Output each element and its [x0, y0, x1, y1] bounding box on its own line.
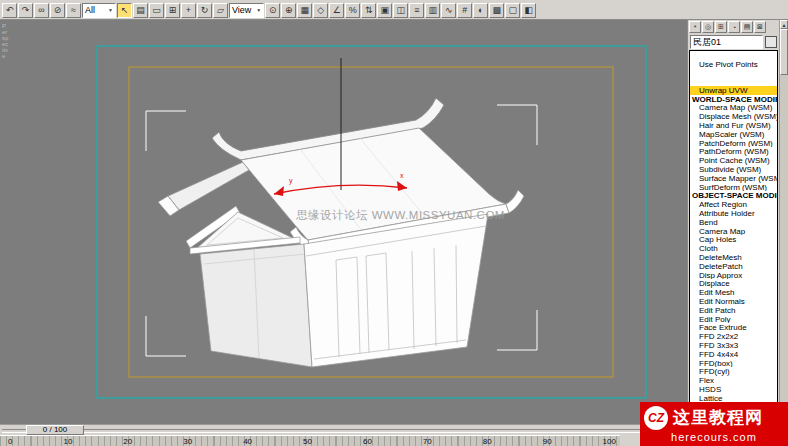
- schematic-view-icon[interactable]: #: [457, 3, 472, 18]
- time-slider[interactable]: 0 / 100: [26, 425, 84, 435]
- modifier-list-item: WORLD-SPACE MODIFIERS: [690, 95, 777, 104]
- modifier-list-item[interactable]: DeleteMesh: [690, 253, 777, 262]
- percent-snap-icon[interactable]: %: [345, 3, 360, 18]
- modifier-list-item[interactable]: Point Cache (WSM): [690, 156, 777, 165]
- use-pivot-points-item[interactable]: Use Pivot Points: [690, 60, 777, 69]
- select-and-rotate-icon[interactable]: ↻: [197, 3, 212, 18]
- watermark-text: 思缘设计论坛 WWW.MISSYUAN.COM: [296, 209, 505, 221]
- modifier-list-item[interactable]: PatchDeform (WSM): [690, 139, 777, 148]
- material-editor-icon[interactable]: ◐: [473, 3, 488, 18]
- viewport-label[interactable]: Perspective: [2, 23, 9, 59]
- select-and-manipulate-icon[interactable]: ⊕: [281, 3, 296, 18]
- use-pivot-center-icon[interactable]: ⊙: [265, 3, 280, 18]
- time-slider-groove: [2, 429, 662, 433]
- bind-to-space-warp-icon[interactable]: ≈: [66, 3, 81, 18]
- track-bar-tick-label: 80: [483, 437, 492, 446]
- modifier-list-item[interactable]: Flex: [690, 376, 777, 385]
- modifier-list-item[interactable]: PathDeform (WSM): [690, 147, 777, 156]
- modifier-list-item[interactable]: Edit Mesh: [690, 288, 777, 297]
- modifier-list-item[interactable]: Edit Poly: [690, 315, 777, 324]
- track-bar-tick-label: 100: [603, 437, 616, 446]
- select-by-name-icon[interactable]: ▤: [133, 3, 148, 18]
- site-logo-title: 这里教程网: [673, 406, 763, 429]
- modifier-list-item[interactable]: Camera Map (WSM): [690, 103, 777, 112]
- quick-render-icon[interactable]: ◧: [521, 3, 536, 18]
- modifier-list-item[interactable]: Cap Holes: [690, 235, 777, 244]
- modifier-list-item[interactable]: Subdivide (WSM): [690, 165, 777, 174]
- scroll-up-icon[interactable]: ▲: [780, 20, 788, 29]
- modifier-list-item[interactable]: Bend: [690, 218, 777, 227]
- layer-manager-icon[interactable]: ▥: [425, 3, 440, 18]
- site-logo-monogram-icon: CZ: [644, 406, 668, 430]
- unlink-selection-icon[interactable]: ⊘: [50, 3, 65, 18]
- tab-hierarchy-icon[interactable]: ⊞: [715, 21, 727, 33]
- main-toolbar: ↶↷∞⊘≈All↖▤▭⊞+↻▱View⊙⊕▦◇∠%⇅▣◫≡▥∿#◐▩▢◧: [0, 0, 788, 20]
- track-bar-ruler[interactable]: 0102030405060708090100: [0, 435, 620, 446]
- window-crossing-icon[interactable]: ⊞: [165, 3, 180, 18]
- select-object-icon[interactable]: ↖: [117, 3, 132, 18]
- modifier-list-item[interactable]: Camera Map: [690, 227, 777, 236]
- viewport-canvas: y x 思缘设计论坛 WWW.MISSYUAN.COM: [0, 20, 687, 424]
- modifier-list-item[interactable]: Face Extrude: [690, 323, 777, 332]
- tab-modify-icon[interactable]: ◎: [702, 21, 714, 33]
- site-logo: CZ 这里教程网 herecours.com: [640, 402, 788, 446]
- modifier-list-item[interactable]: Displace: [690, 279, 777, 288]
- object-name-field[interactable]: 民居01: [690, 35, 763, 49]
- redo-icon[interactable]: ↷: [18, 3, 33, 18]
- modifier-list-item[interactable]: Hair and Fur (WSM): [690, 121, 777, 130]
- named-selection-sets-icon[interactable]: ▣: [377, 3, 392, 18]
- modifier-list-item[interactable]: DeletePatch: [690, 262, 777, 271]
- select-and-link-icon[interactable]: ∞: [34, 3, 49, 18]
- gizmo-axis-label-right: x: [400, 172, 404, 179]
- select-and-move-icon[interactable]: +: [181, 3, 196, 18]
- undo-icon[interactable]: ↶: [2, 3, 17, 18]
- select-and-scale-icon[interactable]: ▱: [213, 3, 228, 18]
- modifier-list-item[interactable]: FFD 2x2x2: [690, 332, 777, 341]
- modifier-list-item[interactable]: FFD 4x4x4: [690, 350, 777, 359]
- mirror-icon[interactable]: ◫: [393, 3, 408, 18]
- track-bar-tick-label: 10: [63, 437, 72, 446]
- modifier-list-item[interactable]: FFD(box): [690, 359, 777, 368]
- keyboard-override-icon[interactable]: ▦: [297, 3, 312, 18]
- modifier-dropdown-list: Use Pivot PointsUnwrap UVWWORLD-SPACE MO…: [689, 50, 778, 446]
- modifier-list-item[interactable]: Displace Mesh (WSM): [690, 112, 777, 121]
- snap-toggle-icon[interactable]: ◇: [313, 3, 328, 18]
- gizmo-axis-label-left: y: [289, 177, 293, 185]
- modifier-list-item[interactable]: Affect Region: [690, 200, 777, 209]
- panel-scrollbar[interactable]: ▲ ▼: [779, 20, 788, 446]
- align-icon[interactable]: ≡: [409, 3, 424, 18]
- curve-editor-icon[interactable]: ∿: [441, 3, 456, 18]
- tab-display-icon[interactable]: ▤: [741, 21, 753, 33]
- selection-filter-dropdown[interactable]: All: [82, 3, 116, 18]
- timeline: 0 / 100 0102030405060708090100: [0, 424, 687, 446]
- modifier-list-item[interactable]: Cloth: [690, 244, 777, 253]
- modifier-list-item[interactable]: SurfDeform (WSM): [690, 183, 777, 192]
- selection-region-icon[interactable]: ▭: [149, 3, 164, 18]
- modifier-list-item[interactable]: MapScaler (WSM): [690, 130, 777, 139]
- reference-coordinate-dropdown[interactable]: View: [229, 3, 264, 18]
- track-bar-tick-label: 0: [8, 437, 12, 446]
- modifier-list-item[interactable]: FFD(cyl): [690, 367, 777, 376]
- modifier-list-item[interactable]: FFD 3x3x3: [690, 341, 777, 350]
- tab-create-icon[interactable]: *: [689, 21, 701, 33]
- modifier-list-item[interactable]: Disp Approx: [690, 271, 777, 280]
- render-type-icon[interactable]: ▢: [505, 3, 520, 18]
- angle-snap-icon[interactable]: ∠: [329, 3, 344, 18]
- scrollbar-thumb[interactable]: [780, 29, 788, 75]
- modifier-unwrap-uvw[interactable]: Unwrap UVW: [690, 86, 777, 95]
- modifier-list-item[interactable]: Attribute Holder: [690, 209, 777, 218]
- site-logo-top: CZ 这里教程网: [644, 406, 784, 430]
- modifier-list-item[interactable]: Edit Normals: [690, 297, 777, 306]
- render-setup-icon[interactable]: ▩: [489, 3, 504, 18]
- spinner-snap-icon[interactable]: ⇅: [361, 3, 376, 18]
- command-panel-tabs: *◎⊞◔▤⊠: [688, 20, 779, 34]
- tab-utilities-icon[interactable]: ⊠: [754, 21, 766, 33]
- modifier-list-item[interactable]: HSDS: [690, 385, 777, 394]
- object-color-swatch[interactable]: [765, 36, 777, 48]
- modifier-list-item[interactable]: Surface Mapper (WSM): [690, 174, 777, 183]
- tab-motion-icon[interactable]: ◔: [728, 21, 740, 33]
- perspective-viewport[interactable]: y x 思缘设计论坛 WWW.MISSYUAN.COM Perspective: [0, 20, 687, 424]
- modifier-list-item[interactable]: Edit Patch: [690, 306, 777, 315]
- object-name-row: 民居01: [688, 34, 779, 50]
- track-bar-tick-label: 70: [423, 437, 432, 446]
